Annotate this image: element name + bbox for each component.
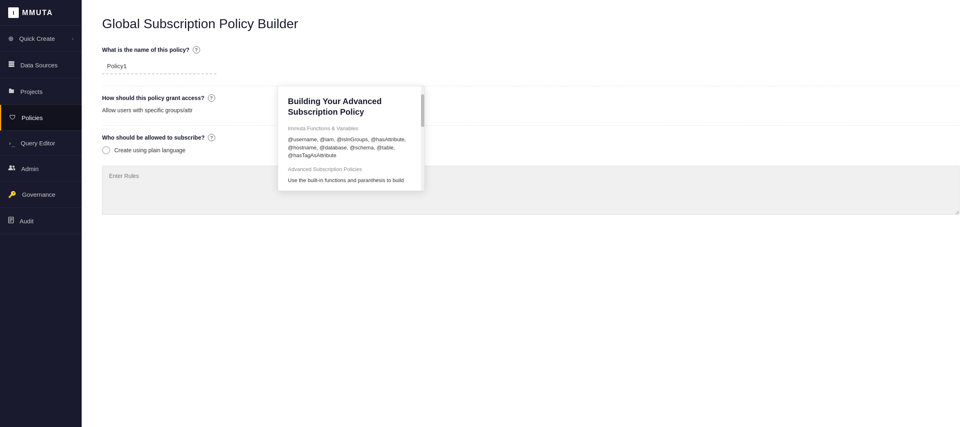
sidebar: I MMUTA ⊕ Quick Create › Data Sources Pr… [0,0,82,427]
grant-access-value: Allow users with specific groups/attr [102,107,193,113]
audit-icon [8,217,14,225]
logo-text: MMUTA [22,9,53,17]
sidebar-item-governance[interactable]: 🔑 Governance [0,182,82,208]
tooltip-popup: Building Your Advanced Subscription Poli… [278,86,425,191]
svg-rect-6 [9,218,13,219]
logo-icon: I [8,7,19,18]
sidebar-label-data-sources: Data Sources [20,62,58,69]
policy-name-help-icon[interactable]: ? [193,46,200,53]
sidebar-item-audit[interactable]: Audit [0,208,82,234]
sidebar-item-data-sources[interactable]: Data Sources [0,52,82,78]
policy-name-input[interactable] [102,58,216,74]
main-content: Global Subscription Policy Builder What … [82,0,980,427]
projects-icon [8,87,15,96]
radio-plain-language-label: Create using plain language [114,147,185,153]
svg-point-4 [13,166,15,168]
policy-name-section: What is the name of this policy? ? [102,46,960,74]
svg-rect-2 [9,65,14,67]
subscribe-help-icon[interactable]: ? [208,134,215,141]
policy-name-label: What is the name of this policy? ? [102,46,960,53]
tooltip-section2-label: Advanced Subscription Policies [288,166,414,172]
quick-create-arrow-icon: › [72,36,74,42]
radio-plain-language[interactable]: Create using plain language [102,146,960,154]
admin-icon [8,165,16,172]
data-sources-icon [8,61,15,69]
query-editor-icon: ›_ [8,140,15,147]
tooltip-content: Building Your Advanced Subscription Poli… [278,86,424,191]
sidebar-label-quick-create: Quick Create [19,35,55,42]
policies-icon: 🛡 [9,114,16,121]
svg-rect-7 [9,220,13,220]
sidebar-item-quick-create[interactable]: ⊕ Quick Create › [0,26,82,52]
sidebar-item-policies[interactable]: 🛡 Policies [0,105,82,131]
sidebar-label-audit: Audit [20,218,33,225]
page-title: Global Subscription Policy Builder [102,16,960,31]
sidebar-label-projects: Projects [20,88,42,95]
quick-create-icon: ⊕ [8,35,13,42]
rules-textarea[interactable] [102,166,960,215]
grant-access-label: How should this policy grant access? ? [102,94,960,102]
svg-rect-1 [9,63,14,65]
sidebar-label-query-editor: Query Editor [21,140,55,147]
svg-rect-0 [9,61,14,63]
subscribe-section: Who should be allowed to subscribe? ? Cr… [102,134,960,154]
sidebar-label-governance: Governance [22,191,56,198]
subscribe-label: Who should be allowed to subscribe? ? [102,134,960,141]
grant-access-help-icon[interactable]: ? [208,94,215,102]
sidebar-item-query-editor[interactable]: ›_ Query Editor [0,131,82,156]
governance-icon: 🔑 [8,191,16,198]
tooltip-section1-label: Immuta Functions & Variables [288,125,414,131]
sidebar-item-admin[interactable]: Admin [0,156,82,182]
tooltip-title: Building Your Advanced Subscription Poli… [288,96,414,117]
svg-point-3 [9,165,12,168]
radio-circle-icon [102,146,110,154]
tooltip-scrollbar[interactable] [421,86,424,191]
tooltip-section2-text: Use the built-in functions and paranthes… [288,176,414,191]
sidebar-label-policies: Policies [22,114,43,121]
sidebar-item-projects[interactable]: Projects [0,78,82,105]
tooltip-section1-text: @username, @iam, @isInGroups, @hasAttrib… [288,136,414,160]
tooltip-scrollbar-thumb [421,94,424,127]
grant-access-section: How should this policy grant access? ? A… [102,94,960,114]
logo-area: I MMUTA [0,0,82,26]
sidebar-label-admin: Admin [21,165,39,172]
svg-rect-8 [9,221,11,222]
